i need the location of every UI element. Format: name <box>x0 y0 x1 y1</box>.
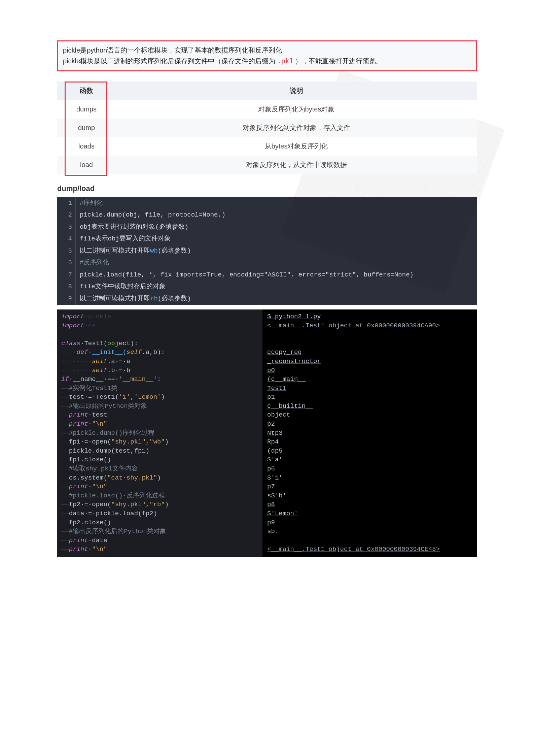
line-number: 9 <box>57 293 76 305</box>
kw: print <box>69 411 88 419</box>
kw: if <box>61 375 69 383</box>
editor-pane: import·pickle import·os class·Test1(obje… <box>57 309 262 557</box>
term-line: S'1' <box>267 474 283 482</box>
code-comment: #序列化 <box>80 199 103 207</box>
code-highlight: rb <box>150 295 158 302</box>
dash: —— <box>61 402 69 410</box>
txt: , <box>130 393 134 401</box>
callout-line1: pickle是python语言的一个标准模块，实现了基本的数据序列化和反序列化。 <box>63 45 471 56</box>
code-block-dumpload: 1#序列化 2pickle.dump(obj, file, protocol=N… <box>57 197 477 305</box>
txt: os.system( <box>69 474 107 482</box>
str: '1' <box>119 393 130 401</box>
txt: ,a,b): <box>142 349 165 356</box>
txt: ·pickle <box>84 313 111 320</box>
table-row: load 对象反序列化，从文件中读取数据 <box>57 156 477 174</box>
table-row: dump 对象反序列化到文件对象，存入文件 <box>57 119 477 137</box>
cell-fn: dumps <box>57 100 116 119</box>
line-number: 7 <box>57 269 76 281</box>
term-line: p6 <box>267 465 275 472</box>
line-number: 6 <box>57 257 76 269</box>
txt: ·__name__·==· <box>69 375 119 383</box>
callout-line2: pickle模块是以二进制的形式序列化后保存到文件中（保存文件的后缀为 .pkl… <box>63 56 471 67</box>
cell-fn: load <box>57 156 116 174</box>
code-highlight: wb <box>150 247 158 255</box>
section-title: dump/load <box>57 184 477 193</box>
table-row: dumps 对象反序列化为bytes对象 <box>57 100 477 119</box>
txt: ·test <box>88 411 107 419</box>
code-line: pickle.load(file, *, fix_imports=True, e… <box>76 269 418 281</box>
callout-line2-a: pickle模块是以二进制的形式序列化后保存到文件中（保存文件的后缀为 <box>63 57 277 65</box>
str: "rb" <box>149 501 165 508</box>
dash: —— <box>61 465 69 472</box>
self: self <box>92 367 107 374</box>
code-line: obj表示要进行封装的对象(必填参数) <box>76 221 192 233</box>
txt: , <box>146 438 149 446</box>
txt: , <box>146 501 149 508</box>
str: "\n" <box>92 483 107 490</box>
cell-desc: 对象反序列化，从文件中读取数据 <box>116 156 477 174</box>
callout-line2-b: ），不能直接打开进行预览。 <box>293 57 383 65</box>
txt: test·=·Test1( <box>69 393 119 401</box>
term-line: $ python2 1.py <box>267 313 321 320</box>
txt: fp2·=·open( <box>69 501 111 508</box>
txt: pickle.dump(test,fp1) <box>69 447 149 455</box>
txt: .a·=·a <box>107 358 130 365</box>
line-number: 8 <box>57 281 76 293</box>
self: self <box>92 358 107 365</box>
line-number: 3 <box>57 221 76 233</box>
cell-desc: 对象反序列化到文件对象，存入文件 <box>116 119 477 137</box>
term-line: p1 <box>267 393 275 401</box>
cmt: #输出原始的Python类对象 <box>69 402 147 410</box>
dash: —— <box>61 420 69 428</box>
fn: ·__init__( <box>88 349 127 356</box>
term-line: S'a' <box>267 456 283 463</box>
txt: ·data <box>88 537 107 544</box>
cell-desc: 对象反序列化为bytes对象 <box>116 100 477 119</box>
term-line: sb. <box>267 528 279 535</box>
txt: ) <box>161 393 165 401</box>
split-screenshot: import·pickle import·os class·Test1(obje… <box>57 309 477 557</box>
txt: ) <box>157 474 161 482</box>
code-line: file表示obj要写入的文件对象 <box>76 233 175 245</box>
indent: ········ <box>61 367 92 374</box>
txt: fp1.close() <box>69 456 111 463</box>
cell-fn: loads <box>57 137 116 156</box>
dash: —— <box>61 385 69 392</box>
str: "shy.pkl" <box>111 501 146 508</box>
txt: · <box>88 546 92 553</box>
str: 'Lemon' <box>134 393 161 401</box>
term-line: <__main__.Test1 object at 0x000000000394… <box>267 546 440 553</box>
term-line: _reconstructor <box>267 358 321 365</box>
str: "\n" <box>92 546 107 553</box>
cmt: #pickle.dump()序列化过程 <box>69 429 155 437</box>
term-line: <__main__.Test1 object at 0x000000000394… <box>267 322 440 329</box>
kw: print <box>69 483 88 490</box>
table-row: loads 从bytes对象反序列化 <box>57 137 477 156</box>
kw: import <box>61 322 84 329</box>
txt: ·os <box>84 322 96 329</box>
dash: —— <box>61 528 69 535</box>
dash: —— <box>61 429 69 437</box>
dash: —— <box>61 438 69 446</box>
term-line: sS'b' <box>267 492 286 499</box>
kw: print <box>69 546 88 553</box>
dash: —— <box>61 537 69 544</box>
dash: —— <box>61 411 69 419</box>
callout-box: pickle是python语言的一个标准模块，实现了基本的数据序列化和反序列化。… <box>57 40 477 71</box>
cls: object <box>107 340 130 347</box>
term-line: Rp4 <box>267 438 279 446</box>
indent: ···· <box>61 349 77 356</box>
kw: def <box>77 349 88 356</box>
term-line: (c__main__ <box>267 375 306 383</box>
cmt: #pickle.load()·反序列化过程 <box>69 492 165 499</box>
line-number: 2 <box>57 209 76 221</box>
term-line: c__builtin__ <box>267 402 313 410</box>
txt: ): <box>130 340 138 347</box>
txt: fp2.close() <box>69 519 111 526</box>
dash: —— <box>61 510 69 517</box>
dash: —— <box>61 474 69 482</box>
term-line: Test1 <box>267 385 286 392</box>
code-comment: #反序列化 <box>80 259 109 266</box>
indent: ········ <box>61 358 92 365</box>
txt: : <box>157 375 161 383</box>
